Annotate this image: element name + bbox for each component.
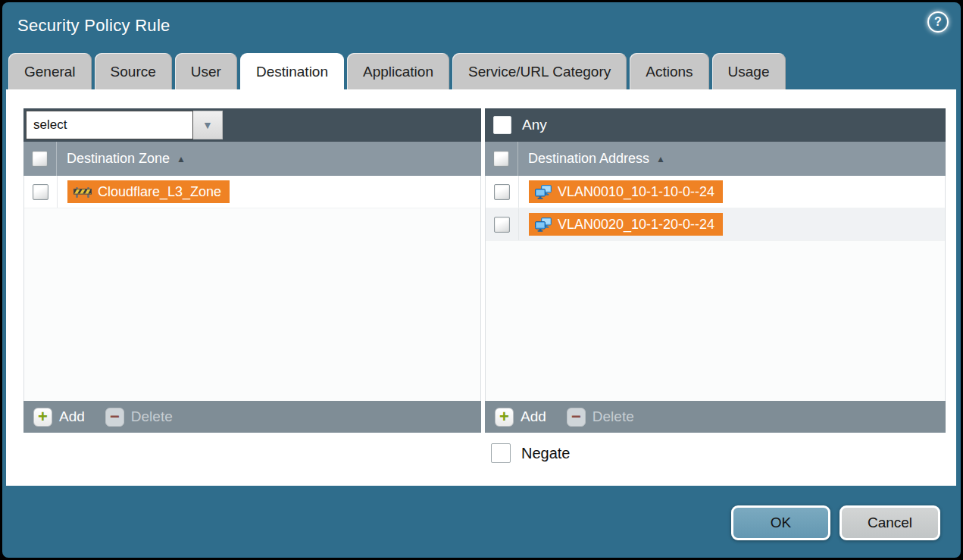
- zone-list-item: Cloudflare_L3_Zone: [24, 176, 480, 208]
- tab-application[interactable]: Application: [347, 53, 449, 89]
- address-row-checkbox[interactable]: [494, 184, 510, 200]
- negate-checkbox[interactable]: [491, 443, 511, 463]
- zone-select-combo: ▼: [26, 111, 223, 139]
- address-any-bar: Any: [485, 108, 946, 142]
- address-row-checkbox-cell: [486, 176, 519, 208]
- add-icon: +: [495, 408, 514, 427]
- address-column-label: Destination Address: [528, 151, 649, 167]
- security-policy-rule-dialog: Security Policy Rule ? General Source Us…: [2, 2, 961, 558]
- tab-usage[interactable]: Usage: [712, 53, 786, 89]
- address-delete-button[interactable]: − Delete: [567, 408, 634, 427]
- dropdown-arrow-icon: ▼: [202, 119, 213, 131]
- zone-column-sort[interactable]: Destination Zone ▲: [67, 151, 186, 167]
- address-list: VLAN0010_10-1-10-0--24: [485, 176, 946, 401]
- negate-control: Negate: [491, 443, 571, 463]
- zone-select-dropdown-button[interactable]: ▼: [193, 111, 223, 139]
- destination-address-panel: Any Destination Address ▲: [485, 108, 946, 433]
- zone-item-tag[interactable]: Cloudflare_L3_Zone: [67, 180, 230, 203]
- sort-ascending-icon: ▲: [656, 154, 665, 164]
- help-icon[interactable]: ?: [927, 11, 949, 33]
- address-delete-label: Delete: [592, 408, 634, 425]
- tab-actions[interactable]: Actions: [630, 53, 708, 89]
- dialog-title: Security Policy Rule: [17, 16, 170, 36]
- sort-ascending-icon: ▲: [177, 154, 186, 164]
- address-any-row: Any: [487, 116, 547, 134]
- address-item-label: VLAN0010_10-1-10-0--24: [558, 184, 714, 200]
- zone-select-all-cell: [23, 142, 57, 176]
- address-column-sort[interactable]: Destination Address ▲: [528, 151, 665, 167]
- zone-column-label: Destination Zone: [67, 151, 170, 167]
- address-select-all-checkbox[interactable]: [493, 151, 509, 167]
- address-item-tag[interactable]: VLAN0020_10-1-20-0--24: [529, 213, 723, 236]
- tab-source[interactable]: Source: [95, 53, 172, 89]
- zone-add-label: Add: [59, 408, 85, 425]
- network-address-icon: [535, 185, 552, 199]
- tab-user[interactable]: User: [175, 53, 237, 89]
- address-any-checkbox[interactable]: [493, 116, 511, 134]
- destination-zone-panel: ▼ Destination Zone ▲: [23, 108, 481, 433]
- destination-tab-content: ▼ Destination Zone ▲: [6, 89, 956, 486]
- address-add-button[interactable]: + Add: [495, 408, 546, 427]
- tab-general[interactable]: General: [8, 53, 92, 89]
- zone-row-checkbox-cell: [24, 176, 58, 208]
- address-list-item: VLAN0020_10-1-20-0--24: [486, 208, 945, 241]
- cancel-button[interactable]: Cancel: [839, 505, 940, 540]
- ok-button[interactable]: OK: [731, 505, 830, 540]
- zone-panel-toolbar: + Add − Delete: [23, 401, 481, 433]
- zone-item-label: Cloudflare_L3_Zone: [98, 184, 221, 200]
- address-column-header: Destination Address ▲: [485, 142, 946, 176]
- address-add-label: Add: [521, 408, 546, 425]
- zone-column-header: Destination Zone ▲: [23, 142, 481, 176]
- address-item-tag[interactable]: VLAN0010_10-1-10-0--24: [529, 180, 723, 203]
- address-item-label: VLAN0020_10-1-20-0--24: [558, 217, 714, 233]
- network-address-icon: [535, 217, 552, 232]
- zone-select-input[interactable]: [26, 111, 193, 139]
- add-icon: +: [33, 408, 52, 427]
- zone-icon: [73, 186, 92, 199]
- zone-select-all-checkbox[interactable]: [32, 151, 48, 167]
- address-row-checkbox[interactable]: [494, 217, 510, 233]
- address-row-checkbox-cell: [486, 208, 519, 240]
- zone-delete-label: Delete: [131, 408, 173, 425]
- tab-service-url-category[interactable]: Service/URL Category: [452, 53, 627, 89]
- address-panel-toolbar: + Add − Delete: [485, 401, 946, 433]
- zone-select-bar: ▼: [23, 108, 481, 142]
- zone-add-button[interactable]: + Add: [33, 408, 85, 427]
- delete-icon: −: [567, 408, 586, 427]
- negate-label: Negate: [521, 445, 571, 462]
- zone-list: Cloudflare_L3_Zone: [23, 176, 481, 401]
- delete-icon: −: [105, 408, 124, 427]
- address-any-label: Any: [522, 117, 547, 133]
- address-select-all-cell: [485, 142, 518, 176]
- zone-delete-button[interactable]: − Delete: [105, 408, 173, 427]
- address-list-item: VLAN0010_10-1-10-0--24: [486, 176, 945, 208]
- tab-bar: General Source User Destination Applicat…: [8, 53, 786, 89]
- zone-row-checkbox[interactable]: [33, 184, 48, 200]
- tab-destination[interactable]: Destination: [240, 53, 344, 89]
